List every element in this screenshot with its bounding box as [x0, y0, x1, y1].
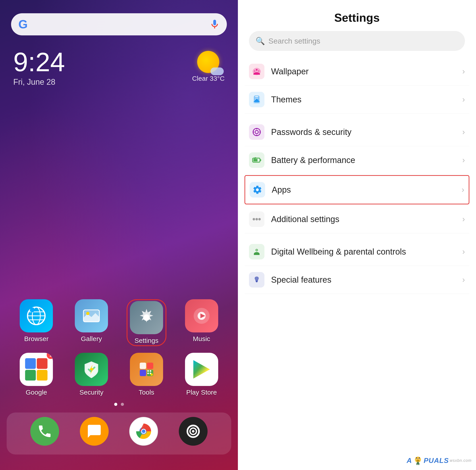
app-tools[interactable]: Tools: [127, 353, 166, 396]
svg-point-25: [151, 373, 153, 376]
app-music[interactable]: Music: [182, 299, 221, 346]
app-google[interactable]: 1 Google: [16, 353, 56, 396]
security-icon: [82, 359, 101, 379]
svg-rect-13: [25, 358, 36, 369]
svg-text:G: G: [18, 18, 28, 31]
playstore-icon: [189, 357, 214, 382]
search-settings-bar[interactable]: 🔍 Search settings: [249, 31, 465, 51]
app-settings[interactable]: Settings: [127, 299, 166, 346]
google-search-bar[interactable]: G: [11, 13, 227, 35]
apps-settings-label: Apps: [272, 185, 462, 195]
camera-icon: [186, 423, 201, 439]
svg-point-62: [418, 458, 419, 459]
settings-app-icon: [136, 308, 156, 327]
wallpaper-chevron: ›: [462, 67, 465, 76]
svg-point-40: [255, 130, 258, 134]
svg-rect-37: [255, 98, 258, 99]
settings-item-special[interactable]: Special features ›: [244, 266, 469, 294]
svg-point-53: [256, 249, 257, 251]
gallery-label: Gallery: [81, 335, 102, 343]
appuals-watermark: A PUALS wsxbn.com: [407, 456, 472, 466]
wallpaper-icon: [249, 64, 264, 79]
playstore-label: Play Store: [186, 389, 217, 396]
svg-rect-16: [37, 370, 48, 380]
search-settings-placeholder: Search settings: [269, 37, 320, 45]
settings-item-wellbeing[interactable]: Digital Wellbeing & parental controls ›: [244, 238, 469, 266]
svg-rect-54: [255, 281, 258, 282]
special-icon: [249, 272, 264, 288]
mic-icon[interactable]: [209, 19, 220, 30]
svg-rect-46: [253, 159, 257, 162]
svg-point-44: [259, 131, 261, 133]
themes-chevron: ›: [462, 95, 465, 104]
passwords-chevron: ›: [462, 127, 465, 137]
svg-point-39: [253, 129, 260, 136]
svg-point-42: [256, 135, 257, 136]
special-label: Special features: [271, 275, 462, 285]
svg-rect-15: [25, 370, 36, 380]
search-settings-icon: 🔍: [255, 36, 265, 45]
apps-settings-icon: [250, 182, 265, 197]
svg-point-33: [192, 430, 195, 433]
svg-rect-36: [255, 96, 258, 97]
svg-point-22: [150, 370, 151, 372]
wellbeing-label: Digital Wellbeing & parental controls: [271, 247, 462, 257]
bottom-dock: [7, 412, 231, 454]
svg-rect-17: [140, 362, 146, 369]
dock-camera[interactable]: [179, 417, 207, 446]
battery-icon: [249, 152, 264, 168]
settings-item-passwords[interactable]: Passwords & security ›: [244, 118, 469, 146]
wellbeing-chevron: ›: [462, 247, 465, 256]
dock-chrome[interactable]: [129, 417, 158, 446]
wellbeing-icon: [249, 244, 264, 259]
google-label: Google: [26, 389, 47, 396]
svg-rect-47: [260, 159, 261, 161]
svg-rect-18: [147, 362, 153, 369]
page-dots: [0, 403, 238, 406]
settings-item-apps[interactable]: Apps ›: [244, 175, 469, 204]
settings-label: Settings: [135, 337, 158, 344]
svg-rect-55: [256, 281, 257, 282]
svg-point-56: [256, 277, 257, 279]
settings-list: Wallpaper › Themes ›: [238, 58, 476, 470]
dot-1: [114, 403, 117, 406]
settings-item-wallpaper[interactable]: Wallpaper ›: [244, 58, 469, 86]
settings-item-battery[interactable]: Battery & performance ›: [244, 146, 469, 174]
dock-phone[interactable]: [30, 417, 59, 446]
gallery-icon: [82, 306, 101, 326]
app-row-2: 1 Google Security: [0, 353, 238, 396]
special-chevron: ›: [462, 275, 465, 284]
wallpaper-label: Wallpaper: [271, 67, 462, 76]
additional-label: Additional settings: [271, 214, 462, 224]
themes-label: Themes: [271, 95, 462, 104]
app-browser[interactable]: Browser: [16, 299, 56, 346]
dock-messages[interactable]: [80, 417, 109, 446]
chrome-icon: [135, 422, 153, 440]
app-playstore[interactable]: Play Store: [182, 353, 221, 396]
settings-panel: Settings 🔍 Search settings Wallpaper ›: [238, 0, 476, 470]
settings-page-title: Settings: [238, 0, 476, 31]
app-grid: Browser Gallery: [0, 87, 238, 470]
settings-item-additional[interactable]: Additional settings ›: [244, 205, 469, 233]
app-gallery[interactable]: Gallery: [71, 299, 111, 346]
settings-item-themes[interactable]: Themes ›: [244, 86, 469, 114]
music-label: Music: [193, 335, 210, 343]
additional-chevron: ›: [462, 214, 465, 224]
weather-text: Clear 33°C: [192, 75, 225, 82]
google-logo: G: [18, 18, 31, 31]
themes-icon: [249, 92, 264, 107]
svg-point-51: [258, 218, 261, 221]
app-row-1: Browser Gallery: [0, 299, 238, 346]
svg-point-50: [253, 218, 255, 221]
svg-point-61: [416, 458, 417, 459]
svg-point-9: [86, 312, 89, 315]
battery-label: Battery & performance: [271, 156, 462, 165]
app-security[interactable]: Security: [71, 353, 111, 396]
dot-2: [121, 403, 124, 406]
clock-time: 9:24: [13, 49, 65, 75]
clock-date: Fri, June 28: [13, 77, 65, 87]
passwords-label: Passwords & security: [271, 127, 462, 137]
svg-point-48: [256, 189, 258, 191]
svg-point-6: [30, 308, 35, 312]
messages-icon: [86, 423, 102, 439]
